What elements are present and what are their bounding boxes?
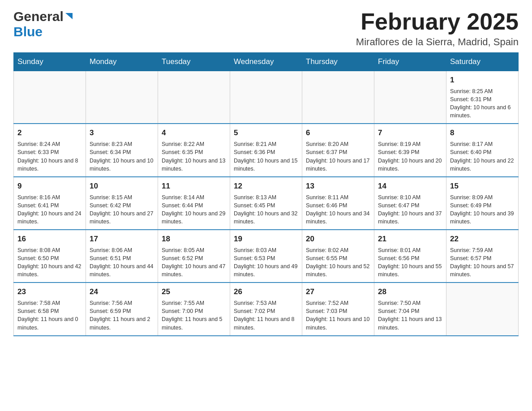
month-title: February 2025 — [356, 9, 519, 34]
day-number: 28 — [378, 287, 442, 297]
calendar-cell — [446, 283, 519, 335]
logo-triangle-icon — [64, 12, 73, 23]
calendar-cell: 13Sunrise: 8:11 AMSunset: 6:46 PMDayligh… — [302, 177, 374, 230]
calendar-cell: 10Sunrise: 8:15 AMSunset: 6:42 PMDayligh… — [86, 177, 158, 230]
day-info: Sunrise: 8:08 AMSunset: 6:50 PMDaylight:… — [17, 246, 82, 279]
calendar-cell: 15Sunrise: 8:09 AMSunset: 6:49 PMDayligh… — [446, 177, 519, 230]
calendar-cell: 14Sunrise: 8:10 AMSunset: 6:47 PMDayligh… — [374, 177, 446, 230]
day-number: 25 — [162, 287, 226, 297]
day-number: 2 — [17, 128, 82, 138]
calendar-cell — [230, 71, 302, 124]
calendar-cell: 2Sunrise: 8:24 AMSunset: 6:33 PMDaylight… — [14, 124, 86, 176]
day-number: 26 — [234, 287, 298, 297]
calendar-cell — [14, 71, 86, 124]
day-number: 9 — [17, 181, 82, 192]
calendar-cell: 24Sunrise: 7:56 AMSunset: 6:59 PMDayligh… — [86, 283, 158, 335]
page-header: General Blue February 2025 Miraflores de… — [13, 9, 519, 48]
day-info: Sunrise: 8:15 AMSunset: 6:42 PMDaylight:… — [90, 193, 154, 226]
day-info: Sunrise: 8:19 AMSunset: 6:39 PMDaylight:… — [378, 140, 442, 173]
day-info: Sunrise: 7:58 AMSunset: 6:58 PMDaylight:… — [17, 299, 82, 332]
calendar-week-1: 1Sunrise: 8:25 AMSunset: 6:31 PMDaylight… — [14, 71, 519, 124]
day-number: 11 — [162, 181, 226, 192]
day-info: Sunrise: 8:02 AMSunset: 6:55 PMDaylight:… — [306, 246, 370, 279]
title-section: February 2025 Miraflores de la Sierra, M… — [356, 9, 519, 48]
calendar-cell: 8Sunrise: 8:17 AMSunset: 6:40 PMDaylight… — [446, 124, 519, 176]
calendar-cell: 9Sunrise: 8:16 AMSunset: 6:41 PMDaylight… — [14, 177, 86, 230]
day-number: 8 — [450, 128, 515, 138]
day-number: 27 — [306, 287, 370, 297]
day-info: Sunrise: 8:09 AMSunset: 6:49 PMDaylight:… — [450, 193, 515, 226]
calendar-cell: 4Sunrise: 8:22 AMSunset: 6:35 PMDaylight… — [158, 124, 230, 176]
calendar-week-3: 9Sunrise: 8:16 AMSunset: 6:41 PMDaylight… — [14, 177, 519, 230]
calendar-cell: 18Sunrise: 8:05 AMSunset: 6:52 PMDayligh… — [158, 230, 230, 283]
calendar-cell: 16Sunrise: 8:08 AMSunset: 6:50 PMDayligh… — [14, 230, 86, 283]
header-sunday: Sunday — [14, 53, 86, 71]
calendar-cell — [302, 71, 374, 124]
day-info: Sunrise: 7:59 AMSunset: 6:57 PMDaylight:… — [450, 246, 515, 279]
day-info: Sunrise: 8:13 AMSunset: 6:45 PMDaylight:… — [234, 193, 298, 226]
calendar-cell — [158, 71, 230, 124]
day-number: 21 — [378, 234, 442, 244]
day-number: 5 — [234, 128, 298, 138]
day-number: 15 — [450, 181, 515, 192]
day-info: Sunrise: 8:05 AMSunset: 6:52 PMDaylight:… — [162, 246, 226, 279]
calendar-cell: 19Sunrise: 8:03 AMSunset: 6:53 PMDayligh… — [230, 230, 302, 283]
day-number: 6 — [306, 128, 370, 138]
day-info: Sunrise: 8:10 AMSunset: 6:47 PMDaylight:… — [378, 193, 442, 226]
day-info: Sunrise: 8:17 AMSunset: 6:40 PMDaylight:… — [450, 140, 515, 173]
day-info: Sunrise: 8:21 AMSunset: 6:36 PMDaylight:… — [234, 140, 298, 173]
day-number: 10 — [90, 181, 154, 192]
day-info: Sunrise: 7:53 AMSunset: 7:02 PMDaylight:… — [234, 299, 298, 332]
calendar-header-row: SundayMondayTuesdayWednesdayThursdayFrid… — [14, 53, 519, 71]
calendar-cell: 1Sunrise: 8:25 AMSunset: 6:31 PMDaylight… — [446, 71, 519, 124]
day-number: 4 — [162, 128, 226, 138]
calendar-cell: 11Sunrise: 8:14 AMSunset: 6:44 PMDayligh… — [158, 177, 230, 230]
header-monday: Monday — [86, 53, 158, 71]
calendar-week-5: 23Sunrise: 7:58 AMSunset: 6:58 PMDayligh… — [14, 283, 519, 335]
header-thursday: Thursday — [302, 53, 374, 71]
calendar-cell: 28Sunrise: 7:50 AMSunset: 7:04 PMDayligh… — [374, 283, 446, 335]
day-number: 20 — [306, 234, 370, 244]
calendar-cell: 17Sunrise: 8:06 AMSunset: 6:51 PMDayligh… — [86, 230, 158, 283]
day-number: 24 — [90, 287, 154, 297]
calendar-cell: 22Sunrise: 7:59 AMSunset: 6:57 PMDayligh… — [446, 230, 519, 283]
day-info: Sunrise: 8:06 AMSunset: 6:51 PMDaylight:… — [90, 246, 154, 279]
day-number: 23 — [17, 287, 82, 297]
calendar-table: SundayMondayTuesdayWednesdayThursdayFrid… — [13, 52, 519, 336]
calendar-week-4: 16Sunrise: 8:08 AMSunset: 6:50 PMDayligh… — [14, 230, 519, 283]
day-number: 22 — [450, 234, 515, 244]
day-info: Sunrise: 8:16 AMSunset: 6:41 PMDaylight:… — [17, 193, 82, 226]
calendar-cell: 20Sunrise: 8:02 AMSunset: 6:55 PMDayligh… — [302, 230, 374, 283]
day-info: Sunrise: 8:20 AMSunset: 6:37 PMDaylight:… — [306, 140, 370, 173]
header-saturday: Saturday — [446, 53, 519, 71]
calendar-cell: 26Sunrise: 7:53 AMSunset: 7:02 PMDayligh… — [230, 283, 302, 335]
day-info: Sunrise: 8:25 AMSunset: 6:31 PMDaylight:… — [450, 87, 515, 120]
header-wednesday: Wednesday — [230, 53, 302, 71]
day-number: 18 — [162, 234, 226, 244]
calendar-cell: 27Sunrise: 7:52 AMSunset: 7:03 PMDayligh… — [302, 283, 374, 335]
calendar-cell: 7Sunrise: 8:19 AMSunset: 6:39 PMDaylight… — [374, 124, 446, 176]
calendar-cell: 5Sunrise: 8:21 AMSunset: 6:36 PMDaylight… — [230, 124, 302, 176]
day-number: 19 — [234, 234, 298, 244]
day-info: Sunrise: 8:23 AMSunset: 6:34 PMDaylight:… — [90, 140, 154, 173]
day-info: Sunrise: 7:52 AMSunset: 7:03 PMDaylight:… — [306, 299, 370, 332]
day-info: Sunrise: 8:11 AMSunset: 6:46 PMDaylight:… — [306, 193, 370, 226]
calendar-cell — [86, 71, 158, 124]
day-number: 17 — [90, 234, 154, 244]
calendar-week-2: 2Sunrise: 8:24 AMSunset: 6:33 PMDaylight… — [14, 124, 519, 176]
calendar-cell — [374, 71, 446, 124]
logo: General Blue — [13, 9, 73, 39]
header-tuesday: Tuesday — [158, 53, 230, 71]
day-info: Sunrise: 8:22 AMSunset: 6:35 PMDaylight:… — [162, 140, 226, 173]
day-info: Sunrise: 7:50 AMSunset: 7:04 PMDaylight:… — [378, 299, 442, 332]
day-info: Sunrise: 8:24 AMSunset: 6:33 PMDaylight:… — [17, 140, 82, 173]
location-title: Miraflores de la Sierra, Madrid, Spain — [356, 36, 519, 48]
day-info: Sunrise: 7:56 AMSunset: 6:59 PMDaylight:… — [90, 299, 154, 332]
logo-blue: Blue — [13, 24, 43, 39]
calendar-cell: 3Sunrise: 8:23 AMSunset: 6:34 PMDaylight… — [86, 124, 158, 176]
day-number: 7 — [378, 128, 442, 138]
day-info: Sunrise: 8:01 AMSunset: 6:56 PMDaylight:… — [378, 246, 442, 279]
day-info: Sunrise: 8:14 AMSunset: 6:44 PMDaylight:… — [162, 193, 226, 226]
calendar-cell: 21Sunrise: 8:01 AMSunset: 6:56 PMDayligh… — [374, 230, 446, 283]
day-number: 14 — [378, 181, 442, 192]
